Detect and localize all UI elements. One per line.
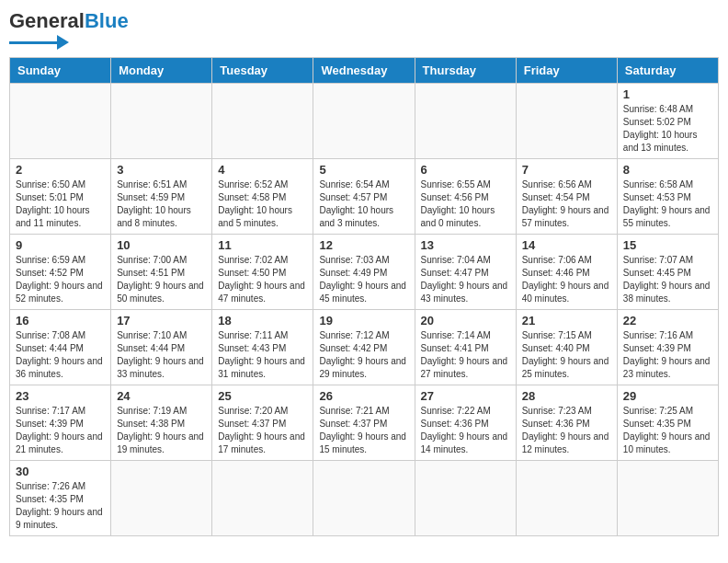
calendar-cell [10, 84, 111, 159]
day-number: 10 [117, 238, 206, 252]
calendar-page: General Blue SundayMondayTuesdayWednesda… [9, 9, 719, 536]
day-info: Sunrise: 7:25 AM Sunset: 4:35 PM Dayligh… [623, 405, 712, 456]
calendar-cell [212, 461, 313, 536]
day-info: Sunrise: 7:06 AM Sunset: 4:46 PM Dayligh… [522, 254, 611, 305]
calendar-cell: 3Sunrise: 6:51 AM Sunset: 4:59 PM Daylig… [111, 159, 212, 235]
day-info: Sunrise: 6:59 AM Sunset: 4:52 PM Dayligh… [16, 254, 105, 305]
day-number: 8 [623, 163, 712, 177]
day-info: Sunrise: 7:00 AM Sunset: 4:51 PM Dayligh… [117, 254, 206, 305]
logo: General Blue [9, 9, 129, 50]
calendar-table: SundayMondayTuesdayWednesdayThursdayFrid… [9, 57, 719, 536]
calendar-cell: 7Sunrise: 6:56 AM Sunset: 4:54 PM Daylig… [516, 159, 617, 235]
col-header-wednesday: Wednesday [313, 58, 415, 84]
day-info: Sunrise: 6:50 AM Sunset: 5:01 PM Dayligh… [16, 178, 105, 230]
calendar-cell: 16Sunrise: 7:08 AM Sunset: 4:44 PM Dayli… [10, 310, 111, 385]
day-number: 27 [421, 389, 510, 403]
day-info: Sunrise: 7:03 AM Sunset: 4:49 PM Dayligh… [319, 254, 408, 305]
day-info: Sunrise: 7:17 AM Sunset: 4:39 PM Dayligh… [16, 405, 105, 456]
calendar-cell: 15Sunrise: 7:07 AM Sunset: 4:45 PM Dayli… [617, 235, 718, 310]
col-header-friday: Friday [516, 58, 617, 84]
day-number: 22 [623, 314, 712, 327]
calendar-cell: 17Sunrise: 7:10 AM Sunset: 4:44 PM Dayli… [111, 310, 212, 385]
calendar-cell: 11Sunrise: 7:02 AM Sunset: 4:50 PM Dayli… [212, 235, 313, 310]
calendar-cell: 26Sunrise: 7:21 AM Sunset: 4:37 PM Dayli… [313, 385, 415, 461]
day-info: Sunrise: 6:51 AM Sunset: 4:59 PM Dayligh… [117, 178, 206, 230]
calendar-cell: 19Sunrise: 7:12 AM Sunset: 4:42 PM Dayli… [313, 310, 415, 385]
calendar-cell [111, 84, 212, 159]
day-info: Sunrise: 7:22 AM Sunset: 4:36 PM Dayligh… [421, 405, 510, 456]
calendar-cell [111, 461, 212, 536]
day-number: 3 [117, 163, 206, 177]
calendar-cell: 13Sunrise: 7:04 AM Sunset: 4:47 PM Dayli… [415, 235, 516, 310]
day-info: Sunrise: 7:23 AM Sunset: 4:36 PM Dayligh… [522, 405, 611, 456]
day-number: 16 [16, 314, 105, 327]
calendar-cell [516, 461, 617, 536]
day-info: Sunrise: 7:20 AM Sunset: 4:37 PM Dayligh… [218, 405, 307, 456]
day-info: Sunrise: 6:48 AM Sunset: 5:02 PM Dayligh… [623, 103, 712, 155]
day-number: 21 [522, 314, 611, 327]
logo-general-text: General [9, 9, 85, 33]
calendar-cell: 23Sunrise: 7:17 AM Sunset: 4:39 PM Dayli… [10, 385, 111, 461]
day-info: Sunrise: 7:14 AM Sunset: 4:41 PM Dayligh… [421, 329, 510, 381]
day-info: Sunrise: 7:16 AM Sunset: 4:39 PM Dayligh… [623, 329, 712, 381]
day-number: 12 [319, 238, 408, 252]
day-number: 29 [623, 389, 712, 403]
calendar-cell: 22Sunrise: 7:16 AM Sunset: 4:39 PM Dayli… [617, 310, 718, 385]
day-number: 2 [16, 163, 105, 177]
day-info: Sunrise: 7:21 AM Sunset: 4:37 PM Dayligh… [319, 405, 408, 456]
calendar-cell: 4Sunrise: 6:52 AM Sunset: 4:58 PM Daylig… [212, 159, 313, 235]
calendar-cell: 9Sunrise: 6:59 AM Sunset: 4:52 PM Daylig… [10, 235, 111, 310]
day-info: Sunrise: 7:11 AM Sunset: 4:43 PM Dayligh… [218, 329, 307, 381]
calendar-cell: 6Sunrise: 6:55 AM Sunset: 4:56 PM Daylig… [415, 159, 516, 235]
day-info: Sunrise: 7:02 AM Sunset: 4:50 PM Dayligh… [218, 254, 307, 305]
col-header-tuesday: Tuesday [212, 58, 313, 84]
day-number: 6 [421, 163, 510, 177]
calendar-cell: 18Sunrise: 7:11 AM Sunset: 4:43 PM Dayli… [212, 310, 313, 385]
day-number: 11 [218, 238, 307, 252]
calendar-cell: 8Sunrise: 6:58 AM Sunset: 4:53 PM Daylig… [617, 159, 718, 235]
calendar-cell: 14Sunrise: 7:06 AM Sunset: 4:46 PM Dayli… [516, 235, 617, 310]
day-number: 14 [522, 238, 611, 252]
day-info: Sunrise: 7:12 AM Sunset: 4:42 PM Dayligh… [319, 329, 408, 381]
day-info: Sunrise: 6:52 AM Sunset: 4:58 PM Dayligh… [218, 178, 307, 230]
calendar-cell: 25Sunrise: 7:20 AM Sunset: 4:37 PM Dayli… [212, 385, 313, 461]
day-number: 7 [522, 163, 611, 177]
day-number: 18 [218, 314, 307, 327]
day-info: Sunrise: 7:08 AM Sunset: 4:44 PM Dayligh… [16, 329, 105, 381]
day-info: Sunrise: 6:54 AM Sunset: 4:57 PM Dayligh… [319, 178, 408, 230]
day-info: Sunrise: 6:56 AM Sunset: 4:54 PM Dayligh… [522, 178, 611, 230]
day-number: 30 [16, 465, 105, 478]
day-number: 1 [623, 87, 712, 101]
calendar-cell [212, 84, 313, 159]
day-number: 9 [16, 238, 105, 252]
day-number: 13 [421, 238, 510, 252]
calendar-cell [415, 461, 516, 536]
day-number: 5 [319, 163, 408, 177]
day-number: 20 [421, 314, 510, 327]
day-number: 24 [117, 389, 206, 403]
day-info: Sunrise: 6:55 AM Sunset: 4:56 PM Dayligh… [421, 178, 510, 230]
calendar-cell: 28Sunrise: 7:23 AM Sunset: 4:36 PM Dayli… [516, 385, 617, 461]
day-info: Sunrise: 7:10 AM Sunset: 4:44 PM Dayligh… [117, 329, 206, 381]
day-info: Sunrise: 6:58 AM Sunset: 4:53 PM Dayligh… [623, 178, 712, 230]
calendar-cell: 27Sunrise: 7:22 AM Sunset: 4:36 PM Dayli… [415, 385, 516, 461]
day-number: 23 [16, 389, 105, 403]
day-info: Sunrise: 7:07 AM Sunset: 4:45 PM Dayligh… [623, 254, 712, 305]
calendar-cell: 21Sunrise: 7:15 AM Sunset: 4:40 PM Dayli… [516, 310, 617, 385]
calendar-cell: 24Sunrise: 7:19 AM Sunset: 4:38 PM Dayli… [111, 385, 212, 461]
col-header-sunday: Sunday [10, 58, 111, 84]
calendar-cell: 20Sunrise: 7:14 AM Sunset: 4:41 PM Dayli… [415, 310, 516, 385]
calendar-cell: 10Sunrise: 7:00 AM Sunset: 4:51 PM Dayli… [111, 235, 212, 310]
day-info: Sunrise: 7:26 AM Sunset: 4:35 PM Dayligh… [16, 480, 105, 532]
calendar-cell [313, 461, 415, 536]
day-number: 28 [522, 389, 611, 403]
calendar-cell [617, 461, 718, 536]
day-info: Sunrise: 7:15 AM Sunset: 4:40 PM Dayligh… [522, 329, 611, 381]
calendar-cell: 5Sunrise: 6:54 AM Sunset: 4:57 PM Daylig… [313, 159, 415, 235]
logo-blue-text: Blue [85, 9, 129, 33]
col-header-saturday: Saturday [617, 58, 718, 84]
calendar-cell [313, 84, 415, 159]
col-header-monday: Monday [111, 58, 212, 84]
calendar-cell: 1Sunrise: 6:48 AM Sunset: 5:02 PM Daylig… [617, 84, 718, 159]
col-header-thursday: Thursday [415, 58, 516, 84]
